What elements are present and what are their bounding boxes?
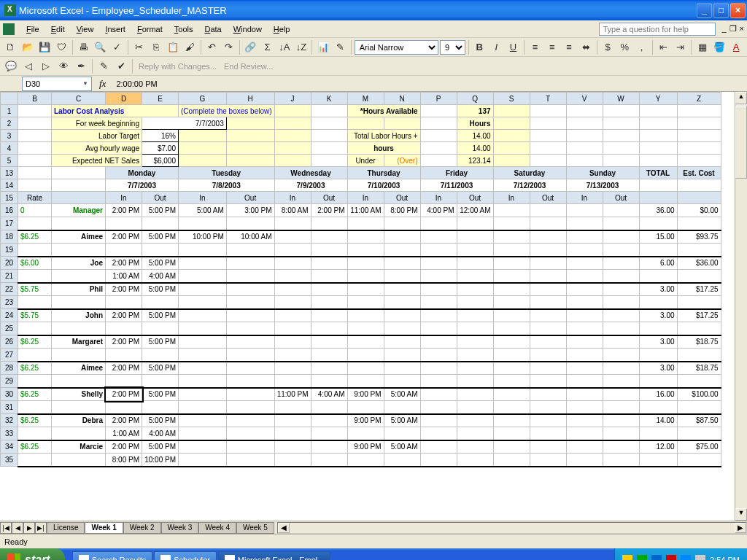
- cell-G17[interactable]: [179, 217, 227, 230]
- cell-M23[interactable]: [347, 296, 384, 309]
- show-comments-icon[interactable]: 👁: [55, 58, 71, 74]
- cell-W34[interactable]: [603, 440, 639, 454]
- cell-S2[interactable]: [493, 117, 530, 130]
- mdi-minimize-button[interactable]: _: [721, 24, 726, 34]
- cell-M14[interactable]: 7/10/2003: [347, 179, 420, 192]
- cell-D24[interactable]: 2:00 PM: [106, 309, 142, 322]
- cell-Z21[interactable]: [677, 270, 721, 283]
- cell-T34[interactable]: [530, 440, 566, 454]
- cell-J21[interactable]: [274, 270, 311, 283]
- cell-Z22[interactable]: $17.25: [677, 283, 721, 296]
- sort-desc-icon[interactable]: ↓Z: [293, 39, 309, 55]
- cell-G30[interactable]: [179, 388, 227, 401]
- cell-H18[interactable]: 10:00 AM: [226, 230, 274, 244]
- cell-P29[interactable]: [420, 375, 457, 388]
- cell-G21[interactable]: [179, 270, 227, 283]
- cell-Z19[interactable]: [677, 244, 721, 257]
- cell-M28[interactable]: [347, 362, 384, 375]
- cell-E23[interactable]: [142, 296, 179, 309]
- cell-G35[interactable]: [179, 454, 227, 467]
- cell-J32[interactable]: [274, 414, 311, 427]
- cell-E21[interactable]: 4:00 AM: [142, 270, 179, 283]
- col-header-W[interactable]: W: [603, 93, 639, 105]
- cell-H26[interactable]: [226, 335, 274, 349]
- cell-Q25[interactable]: [457, 322, 493, 335]
- row-header-23[interactable]: 23: [1, 296, 18, 309]
- cell-D34[interactable]: 2:00 PM: [106, 440, 142, 454]
- cell-V33[interactable]: [566, 427, 603, 440]
- cell-H35[interactable]: [226, 454, 274, 467]
- row-header-31[interactable]: 31: [1, 401, 18, 414]
- track-changes-icon[interactable]: ✎: [96, 58, 112, 74]
- cell-W22[interactable]: [603, 283, 639, 296]
- cell-Y20[interactable]: 6.00: [639, 257, 677, 270]
- cell-V17[interactable]: [566, 217, 603, 230]
- cell-S24[interactable]: [493, 309, 530, 322]
- cell-B1[interactable]: [18, 105, 52, 117]
- cell-N34[interactable]: 5:00 AM: [384, 440, 420, 454]
- cell-J5[interactable]: [274, 155, 311, 167]
- cell-K24[interactable]: [311, 309, 347, 322]
- cell-J19[interactable]: [274, 244, 311, 257]
- cell-Z18[interactable]: $93.75: [677, 230, 721, 244]
- cell-D23[interactable]: [106, 296, 142, 309]
- cut-icon[interactable]: ✂: [131, 39, 147, 55]
- col-header-D[interactable]: D: [106, 93, 142, 105]
- cell-J15[interactable]: In: [274, 192, 311, 204]
- cell-N22[interactable]: [384, 283, 420, 296]
- cell-M30[interactable]: 9:00 PM: [347, 388, 384, 401]
- cell-N2[interactable]: [384, 117, 420, 130]
- currency-icon[interactable]: $: [600, 39, 616, 55]
- cell-V24[interactable]: [566, 309, 603, 322]
- cell-S3[interactable]: [493, 130, 530, 142]
- cell-Y4[interactable]: [639, 142, 677, 155]
- chart-wizard-icon[interactable]: 📊: [315, 39, 330, 55]
- tab-nav-last-icon[interactable]: ▶|: [35, 522, 47, 534]
- cell-W23[interactable]: [603, 296, 639, 309]
- cell-Q24[interactable]: [457, 309, 493, 322]
- cell-T33[interactable]: [530, 427, 566, 440]
- cell-Q2[interactable]: Hours: [457, 117, 493, 130]
- cell-W18[interactable]: [603, 230, 639, 244]
- cell-V1[interactable]: [566, 105, 603, 117]
- cell-S4[interactable]: [493, 142, 530, 155]
- cell-D17[interactable]: [106, 217, 142, 230]
- cell-P13[interactable]: Friday: [420, 167, 493, 179]
- cell-E18[interactable]: 5:00 PM: [142, 230, 179, 244]
- cell-D16[interactable]: 2:00 PM: [106, 204, 142, 217]
- row-header-22[interactable]: 22: [1, 283, 18, 296]
- cell-G20[interactable]: [179, 257, 227, 270]
- cell-Z24[interactable]: $17.25: [677, 309, 721, 322]
- cell-C21[interactable]: [52, 270, 106, 283]
- row-header-27[interactable]: 27: [1, 349, 18, 362]
- next-comment-icon[interactable]: ▷: [38, 58, 54, 74]
- align-center-icon[interactable]: ≡: [544, 39, 560, 55]
- copy-icon[interactable]: ⎘: [148, 39, 163, 55]
- col-header-V[interactable]: V: [566, 93, 603, 105]
- cell-Z3[interactable]: [677, 130, 721, 142]
- name-box[interactable]: D30 ▼: [22, 77, 92, 91]
- cell-S20[interactable]: [493, 257, 530, 270]
- cell-N35[interactable]: [384, 454, 420, 467]
- cell-Q35[interactable]: [457, 454, 493, 467]
- row-header-3[interactable]: 3: [1, 130, 18, 142]
- cell-H33[interactable]: [226, 427, 274, 440]
- cell-Y31[interactable]: [639, 401, 677, 414]
- cell-G19[interactable]: [179, 244, 227, 257]
- cell-G29[interactable]: [179, 375, 227, 388]
- cell-V26[interactable]: [566, 335, 603, 349]
- col-header-J[interactable]: J: [274, 93, 311, 105]
- cell-Q16[interactable]: 12:00 AM: [457, 204, 493, 217]
- cell-S34[interactable]: [493, 440, 530, 454]
- cell-W27[interactable]: [603, 349, 639, 362]
- cell-B19[interactable]: [18, 244, 52, 257]
- cell-K15[interactable]: Out: [311, 192, 347, 204]
- bold-icon[interactable]: B: [472, 39, 487, 55]
- cell-Z20[interactable]: $36.00: [677, 257, 721, 270]
- cell-H31[interactable]: [226, 401, 274, 414]
- col-header-S[interactable]: S: [493, 93, 530, 105]
- cell-Q33[interactable]: [457, 427, 493, 440]
- cell-S32[interactable]: [493, 414, 530, 427]
- cell-P2[interactable]: [420, 117, 457, 130]
- cell-P1[interactable]: [420, 105, 457, 117]
